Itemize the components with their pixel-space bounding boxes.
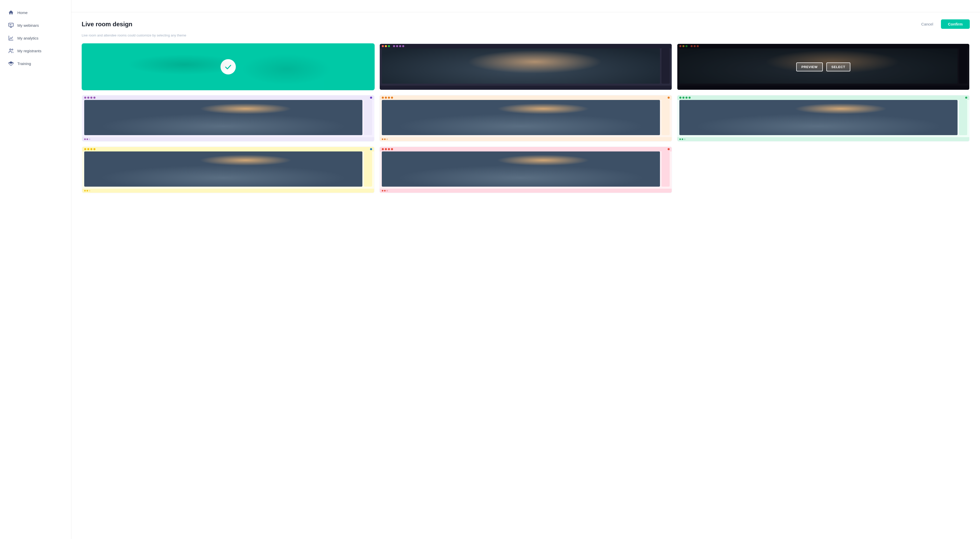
sidebar-item-my-webinars-label: My webinars (18, 23, 39, 27)
preview-button-light-purple[interactable]: PREVIEW (201, 114, 228, 123)
sidebar-item-my-registrants-label: My registrants (18, 49, 41, 53)
preview-button-dark[interactable]: PREVIEW (499, 62, 525, 71)
sidebar-item-my-webinars[interactable]: My webinars (0, 19, 71, 32)
main-content: Live room design Cancel Confirm Live roo… (72, 0, 980, 539)
sidebar-item-home[interactable]: Home (0, 6, 71, 19)
theme-card-light-yellow[interactable]: PREVIEW SELECT (82, 146, 375, 193)
selected-bg (82, 44, 374, 90)
svg-point-2 (10, 49, 11, 51)
confirm-button[interactable]: Confirm (941, 19, 970, 29)
webinars-icon (8, 22, 14, 28)
registrants-icon (8, 48, 14, 54)
sidebar-item-home-label: Home (18, 11, 27, 15)
theme-card-selected[interactable] (82, 43, 375, 90)
select-button-light-yellow[interactable]: SELECT (231, 165, 255, 174)
preview-button-light-peach[interactable]: PREVIEW (499, 114, 525, 123)
theme-card-light-purple[interactable]: PREVIEW SELECT (82, 95, 375, 142)
sidebar-item-my-analytics[interactable]: My analytics (0, 32, 71, 44)
sidebar-item-my-registrants[interactable]: My registrants (0, 44, 71, 57)
svg-rect-0 (9, 23, 13, 27)
svg-point-1 (10, 24, 11, 25)
svg-point-3 (12, 49, 13, 50)
content-panel: Live room design Cancel Confirm Live roo… (72, 12, 980, 539)
panel-header: Live room design Cancel Confirm (82, 19, 970, 29)
cancel-button[interactable]: Cancel (918, 20, 937, 28)
select-button-dark[interactable]: SELECT (529, 62, 553, 71)
theme-overlay-dark2: PREVIEW SELECT (677, 44, 969, 90)
select-button-light-pink[interactable]: SELECT (529, 165, 553, 174)
preview-button-light-yellow[interactable]: PREVIEW (201, 165, 228, 174)
preview-button-light-mint[interactable]: PREVIEW (796, 114, 822, 123)
theme-card-light-peach[interactable]: PREVIEW SELECT (379, 95, 672, 142)
select-button-light-purple[interactable]: SELECT (231, 114, 255, 123)
theme-preview-selected (82, 44, 374, 90)
sidebar-item-my-analytics-label: My analytics (18, 36, 38, 40)
subtitle-text: Live room and attendee rooms could custo… (82, 33, 970, 37)
sidebar-item-training-label: Training (18, 62, 31, 66)
training-icon (8, 61, 14, 66)
select-button-light-mint[interactable]: SELECT (826, 114, 850, 123)
themes-grid: PREVIEW SELECT (82, 43, 970, 193)
analytics-icon (8, 35, 14, 41)
header-actions: Cancel Confirm (918, 19, 970, 29)
theme-card-dark[interactable]: PREVIEW SELECT (379, 43, 672, 90)
sidebar: Home My webinars My analytics My registr… (0, 0, 72, 539)
home-icon (8, 10, 14, 15)
preview-button-light-pink[interactable]: PREVIEW (499, 165, 525, 174)
preview-button-dark2[interactable]: PREVIEW (796, 62, 822, 71)
page-title: Live room design (82, 21, 132, 28)
theme-card-light-mint[interactable]: PREVIEW SELECT (677, 95, 970, 142)
select-button-dark2[interactable]: SELECT (826, 62, 850, 71)
theme-card-light-pink[interactable]: PREVIEW SELECT (379, 146, 672, 193)
topbar (72, 0, 980, 12)
theme-card-dark2[interactable]: PREVIEW SELECT (677, 43, 970, 90)
sidebar-item-training[interactable]: Training (0, 57, 71, 70)
select-button-light-peach[interactable]: SELECT (529, 114, 553, 123)
